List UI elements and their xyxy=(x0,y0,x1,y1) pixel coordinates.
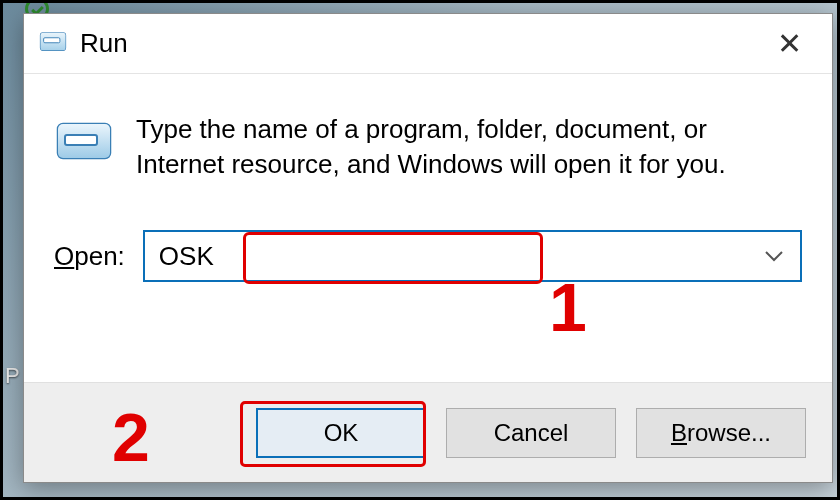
window-title: Run xyxy=(80,28,754,59)
svg-rect-5 xyxy=(65,135,97,145)
instruction-text: Type the name of a program, folder, docu… xyxy=(136,112,776,182)
button-bar: 2 OK Cancel Browse... xyxy=(24,382,832,482)
annotation-number-2: 2 xyxy=(112,398,150,476)
run-icon xyxy=(38,29,68,59)
run-dialog: Run ✕ Type the name of xyxy=(23,13,833,483)
desktop-label-fragment: P xyxy=(5,363,20,389)
open-combobox[interactable] xyxy=(143,230,802,282)
open-input[interactable] xyxy=(159,241,786,272)
open-label: Open: xyxy=(54,241,125,272)
svg-rect-2 xyxy=(44,37,60,42)
dialog-body: Type the name of a program, folder, docu… xyxy=(24,74,832,382)
ok-button[interactable]: OK xyxy=(256,408,426,458)
close-icon: ✕ xyxy=(777,29,802,59)
run-icon xyxy=(54,118,114,166)
title-bar: Run ✕ xyxy=(24,14,832,74)
cancel-button[interactable]: Cancel xyxy=(446,408,616,458)
close-button[interactable]: ✕ xyxy=(754,14,824,74)
browse-button[interactable]: Browse... xyxy=(636,408,806,458)
